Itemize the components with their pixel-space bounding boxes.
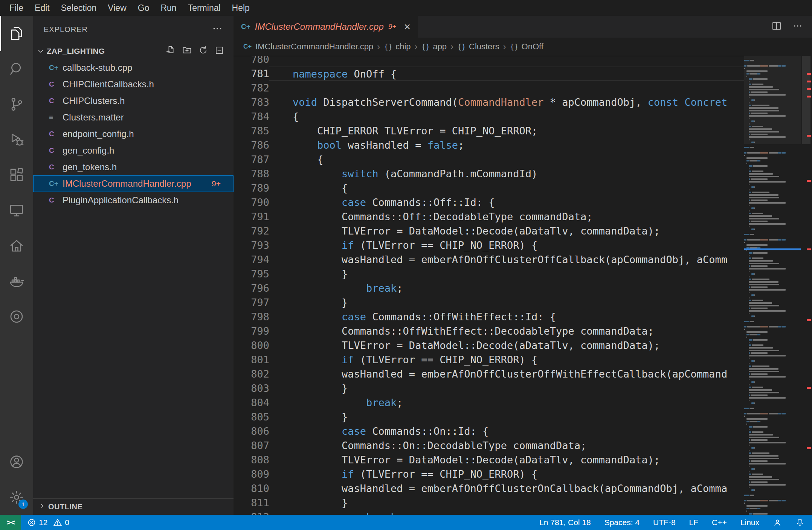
line-number[interactable]: 811 — [234, 496, 269, 510]
line-number[interactable]: 812 — [234, 510, 269, 515]
line-number[interactable]: 797 — [234, 295, 269, 310]
code-line-803[interactable]: 803 } — [234, 381, 744, 396]
code-line-785[interactable]: 785 CHIP_ERROR TLVError = CHIP_NO_ERROR; — [234, 124, 744, 138]
activity-settings-gear-icon[interactable]: 1 — [0, 480, 33, 515]
line-number[interactable]: 786 — [234, 138, 269, 152]
activity-docker-icon[interactable] — [0, 263, 33, 299]
activity-circle-plugin-icon[interactable] — [0, 299, 33, 334]
new-file-icon[interactable] — [166, 45, 176, 57]
code-line-806[interactable]: 806 case Commands::On::Id: { — [234, 424, 744, 439]
menu-help[interactable]: Help — [226, 0, 255, 16]
menu-terminal[interactable]: Terminal — [182, 0, 226, 16]
activity-source-control-icon[interactable] — [0, 87, 33, 122]
line-number[interactable]: 795 — [234, 267, 269, 281]
file-item-gen_config.h[interactable]: Cgen_config.h — [33, 142, 234, 159]
code-line-800[interactable]: 800 TLVError = DataModel::Decode(aDataTl… — [234, 338, 744, 353]
activity-search-icon[interactable] — [0, 51, 33, 87]
code-line-787[interactable]: 787 { — [234, 152, 744, 167]
line-number[interactable]: 807 — [234, 439, 269, 453]
activity-extensions-icon[interactable] — [0, 157, 33, 193]
split-editor-icon[interactable] — [771, 21, 782, 33]
line-number[interactable]: 802 — [234, 367, 269, 381]
code-line-808[interactable]: 808 TLVError = DataModel::Decode(aDataTl… — [234, 453, 744, 467]
scrollbar[interactable] — [801, 56, 812, 515]
file-item-Clusters.matter[interactable]: ≡Clusters.matter — [33, 109, 234, 126]
remote-os[interactable]: Linux — [740, 518, 759, 527]
collapse-all-icon[interactable] — [214, 45, 224, 57]
line-number[interactable]: 793 — [234, 238, 269, 253]
line-number[interactable]: 809 — [234, 467, 269, 481]
language-mode[interactable]: C++ — [712, 518, 727, 527]
code-line-789[interactable]: 789 { — [234, 181, 744, 195]
breadcrumb-item-app[interactable]: {}app — [421, 42, 447, 52]
menu-file[interactable]: File — [4, 0, 29, 16]
code-line-794[interactable]: 794 wasHandled = emberAfOnOffClusterOffC… — [234, 253, 744, 267]
code-line-796[interactable]: 796 break; — [234, 281, 744, 295]
code-line-801[interactable]: 801 if (TLVError == CHIP_NO_ERROR) { — [234, 353, 744, 367]
line-number[interactable]: 806 — [234, 424, 269, 439]
menu-view[interactable]: View — [102, 0, 132, 16]
code-line-783[interactable]: 783void DispatchServerCommand(CommandHan… — [234, 95, 744, 110]
line-number[interactable]: 780 — [234, 56, 269, 67]
menu-selection[interactable]: Selection — [55, 0, 102, 16]
activity-home-icon[interactable] — [0, 228, 33, 263]
code-line-793[interactable]: 793 if (TLVError == CHIP_NO_ERROR) { — [234, 238, 744, 253]
code-line-784[interactable]: 784{ — [234, 110, 744, 124]
code-line-795[interactable]: 795 } — [234, 267, 744, 281]
menu-run[interactable]: Run — [155, 0, 182, 16]
file-item-CHIPClientCallbacks.h[interactable]: CCHIPClientCallbacks.h — [33, 76, 234, 93]
code-line-780[interactable]: 780 — [234, 56, 744, 67]
code-line-809[interactable]: 809 if (TLVError == CHIP_NO_ERROR) { — [234, 467, 744, 481]
refresh-icon[interactable] — [198, 45, 208, 57]
line-number[interactable]: 808 — [234, 453, 269, 467]
line-number[interactable]: 799 — [234, 324, 269, 338]
line-number[interactable]: 781 — [234, 67, 269, 81]
activity-account-icon[interactable] — [0, 444, 33, 480]
indent-setting[interactable]: Spaces: 4 — [604, 518, 640, 527]
code-line-781[interactable]: 781namespace OnOff { — [234, 67, 744, 81]
line-number[interactable]: 787 — [234, 152, 269, 167]
line-number[interactable]: 796 — [234, 281, 269, 295]
line-number[interactable]: 803 — [234, 381, 269, 396]
code-line-799[interactable]: 799 Commands::OffWithEffect::DecodableTy… — [234, 324, 744, 338]
encoding[interactable]: UTF-8 — [653, 518, 676, 527]
line-number[interactable]: 792 — [234, 224, 269, 238]
code-line-798[interactable]: 798 case Commands::OffWithEffect::Id: { — [234, 310, 744, 324]
menu-edit[interactable]: Edit — [29, 0, 55, 16]
minimap[interactable] — [744, 56, 801, 515]
code-editor[interactable]: 780781namespace OnOff {782783void Dispat… — [234, 56, 744, 515]
cursor-position[interactable]: Ln 781, Col 18 — [539, 518, 591, 527]
eol[interactable]: LF — [689, 518, 699, 527]
line-number[interactable]: 810 — [234, 481, 269, 496]
line-number[interactable]: 788 — [234, 167, 269, 181]
line-number[interactable]: 794 — [234, 253, 269, 267]
line-number[interactable]: 789 — [234, 181, 269, 195]
menu-go[interactable]: Go — [132, 0, 155, 16]
code-line-790[interactable]: 790 case Commands::Off::Id: { — [234, 195, 744, 210]
line-number[interactable]: 801 — [234, 353, 269, 367]
line-number[interactable]: 783 — [234, 95, 269, 110]
code-line-811[interactable]: 811 } — [234, 496, 744, 510]
editor-more-actions-icon[interactable] — [792, 21, 803, 33]
file-item-callback-stub.cpp[interactable]: C+callback-stub.cpp — [33, 59, 234, 76]
line-number[interactable]: 798 — [234, 310, 269, 324]
notifications-bell-icon[interactable] — [795, 518, 804, 527]
code-line-802[interactable]: 802 wasHandled = emberAfOnOffClusterOffW… — [234, 367, 744, 381]
file-item-CHIPClusters.h[interactable]: CCHIPClusters.h — [33, 93, 234, 109]
code-line-786[interactable]: 786 bool wasHandled = false; — [234, 138, 744, 152]
file-item-gen_tokens.h[interactable]: Cgen_tokens.h — [33, 159, 234, 175]
new-folder-icon[interactable] — [182, 45, 192, 57]
code-line-812[interactable]: 812 break; — [234, 510, 744, 515]
problems-indicator[interactable]: 12 0 — [21, 515, 78, 530]
code-line-788[interactable]: 788 switch (aCommandPath.mCommandId) — [234, 167, 744, 181]
code-line-804[interactable]: 804 break; — [234, 396, 744, 410]
line-number[interactable]: 782 — [234, 81, 269, 95]
line-number[interactable]: 800 — [234, 338, 269, 353]
breadcrumb-item-clusters[interactable]: {}Clusters — [457, 42, 499, 52]
scrollbar-thumb[interactable] — [802, 56, 810, 144]
code-line-782[interactable]: 782 — [234, 81, 744, 95]
line-number[interactable]: 784 — [234, 110, 269, 124]
code-line-797[interactable]: 797 } — [234, 295, 744, 310]
activity-explorer-icon[interactable] — [0, 16, 33, 51]
file-item-endpoint_config.h[interactable]: Cendpoint_config.h — [33, 126, 234, 142]
